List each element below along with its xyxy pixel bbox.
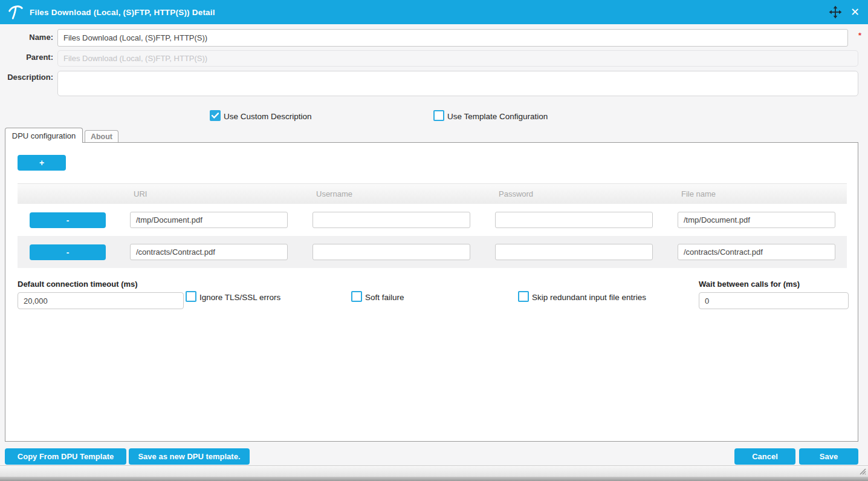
description-input[interactable] xyxy=(57,71,858,96)
add-row-button[interactable]: + xyxy=(18,155,66,171)
remove-row-button[interactable]: - xyxy=(30,212,106,228)
header-file-name: File name xyxy=(678,189,847,198)
resize-grip-icon[interactable] xyxy=(858,468,866,476)
header-username: Username xyxy=(313,189,495,198)
use-template-configuration-checkbox[interactable] xyxy=(433,110,444,121)
description-label: Description: xyxy=(0,73,53,82)
dialog-title: Files Download (Local, (S)FTP, HTTP(S)) … xyxy=(30,8,215,17)
table-row: - xyxy=(18,236,847,268)
ignore-tls-label: Ignore TLS/SSL errors xyxy=(199,293,280,302)
table-header-row: URI Username Password File name xyxy=(18,183,847,204)
timeout-label: Default connection timeout (ms) xyxy=(18,280,138,289)
username-input[interactable] xyxy=(313,244,470,260)
remove-row-button[interactable]: - xyxy=(30,244,106,260)
use-custom-description-label: Use Custom Description xyxy=(224,112,312,121)
soft-failure-label: Soft failure xyxy=(365,293,404,302)
parent-input xyxy=(57,50,858,67)
name-input[interactable] xyxy=(57,29,848,47)
use-template-configuration-label: Use Template Configuration xyxy=(447,112,548,121)
ignore-tls-checkbox[interactable] xyxy=(186,291,196,302)
wait-between-calls-input[interactable] xyxy=(699,292,849,309)
file-name-input[interactable] xyxy=(678,212,835,228)
skip-redundant-checkbox[interactable] xyxy=(518,291,529,302)
timeout-input[interactable] xyxy=(18,292,184,309)
soft-failure-checkbox[interactable] xyxy=(351,291,362,302)
use-custom-description-checkbox[interactable] xyxy=(210,110,221,121)
tab-dpu-configuration[interactable]: DPU configuration xyxy=(5,128,83,143)
name-label: Name: xyxy=(0,33,53,42)
save-as-new-dpu-template-button[interactable]: Save as new DPU template. xyxy=(129,448,250,465)
cancel-button[interactable]: Cancel xyxy=(734,448,795,465)
header-password: Password xyxy=(495,189,678,198)
close-icon[interactable]: ✕ xyxy=(850,5,860,19)
uri-input[interactable] xyxy=(130,212,288,228)
username-input[interactable] xyxy=(313,212,470,228)
required-asterisk: * xyxy=(858,31,861,40)
status-bar xyxy=(0,465,868,477)
password-input[interactable] xyxy=(495,244,653,260)
uri-input[interactable] xyxy=(130,244,288,260)
header-uri: URI xyxy=(130,189,313,198)
downloads-table: URI Username Password File name - - xyxy=(18,183,847,268)
tab-dpu-configuration-label: DPU configuration xyxy=(12,131,76,140)
password-input[interactable] xyxy=(495,212,653,228)
wait-between-calls-label: Wait between calls for (ms) xyxy=(699,280,800,289)
titlebar[interactable]: Files Download (Local, (S)FTP, HTTP(S)) … xyxy=(0,0,868,24)
copy-from-dpu-template-button[interactable]: Copy From DPU Template xyxy=(5,448,126,465)
tab-about[interactable]: About xyxy=(85,130,118,143)
skip-redundant-label: Skip redundant input file entries xyxy=(532,293,646,302)
tab-about-label: About xyxy=(91,133,112,141)
move-icon[interactable] xyxy=(829,5,842,19)
save-button[interactable]: Save xyxy=(799,448,858,465)
window-bottom-edge xyxy=(0,477,868,481)
parent-label: Parent: xyxy=(0,53,53,62)
app-logo-icon xyxy=(8,4,24,21)
dpu-detail-dialog: Files Download (Local, (S)FTP, HTTP(S)) … xyxy=(0,0,868,481)
dpu-configuration-panel: + URI Username Password File name - - xyxy=(5,142,858,442)
table-row: - xyxy=(18,204,847,236)
file-name-input[interactable] xyxy=(678,244,835,260)
